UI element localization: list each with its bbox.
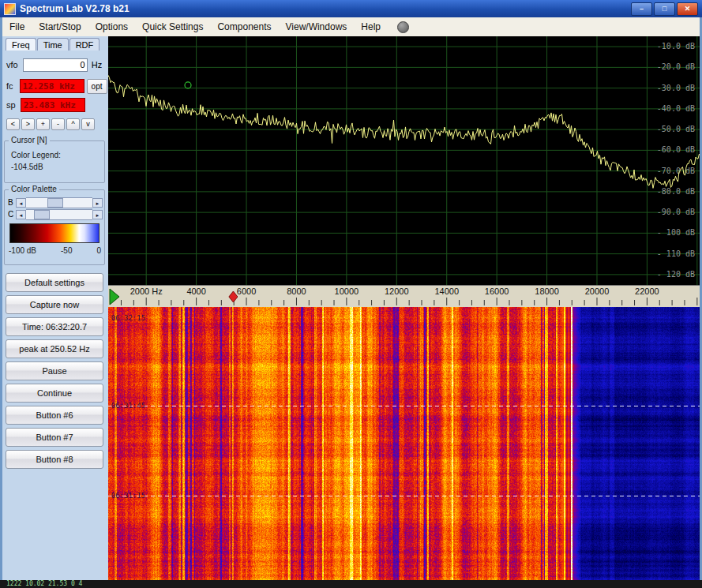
svg-text:-80.0 dB: -80.0 dB: [657, 187, 695, 196]
arrow-right-icon[interactable]: ►: [92, 210, 103, 219]
frequency-ruler-scale[interactable]: 2000 Hz400060008000100001200014000160001…: [108, 286, 700, 308]
brightness-track[interactable]: [26, 197, 92, 208]
playhead-arrow-icon: [110, 289, 119, 305]
nav-right-button[interactable]: >: [21, 118, 35, 130]
status-circle-icon: [397, 21, 409, 33]
frequency-ruler[interactable]: 2000 Hz400060008000100001200014000160001…: [108, 285, 700, 309]
svg-text:-10.0 dB: -10.0 dB: [657, 42, 695, 51]
sidebar-button-button-7[interactable]: Button #7: [6, 428, 103, 447]
contrast-label: C: [8, 210, 16, 219]
color-legend-value: -104.5dB: [11, 163, 43, 171]
window-title: Spectrum Lab V2.78 b21: [20, 3, 130, 14]
sidebar-button-pause[interactable]: Pause: [6, 361, 103, 380]
svg-text:-90.0 dB: -90.0 dB: [657, 208, 695, 216]
scale-mid-label: -50: [61, 246, 72, 255]
svg-text:2000 Hz: 2000 Hz: [130, 287, 163, 296]
svg-text:- 100 dB: - 100 dB: [657, 228, 695, 237]
menu-file[interactable]: File: [2, 18, 32, 36]
close-button[interactable]: ✕: [677, 2, 698, 16]
menu-start-stop[interactable]: Start/Stop: [32, 18, 88, 36]
palette-scale: -100 dB -50 0: [9, 246, 101, 255]
sidebar-button-continue[interactable]: Continue: [6, 384, 103, 403]
tab-time[interactable]: Time: [37, 38, 69, 51]
maximize-button[interactable]: □: [654, 2, 675, 16]
color-legend-label: Color Legend:: [11, 151, 61, 159]
sidebar-button-stack: Default settingsCapture nowTime: 06:32:2…: [2, 273, 108, 472]
menu-components[interactable]: Components: [210, 18, 278, 36]
menu-bar: FileStart/StopOptionsQuick SettingsCompo…: [2, 17, 700, 37]
sp-label: sp: [6, 100, 16, 110]
brightness-thumb[interactable]: [47, 198, 63, 208]
contrast-thumb[interactable]: [34, 210, 50, 219]
sidebar-button-peak-at-250-52-hz[interactable]: peak at 250.52 Hz: [6, 339, 103, 358]
svg-text:6000: 6000: [237, 287, 256, 296]
svg-text:- 120 dB: - 120 dB: [657, 270, 695, 279]
palette-group-title: Color Palette: [9, 185, 59, 193]
app-icon: [4, 3, 16, 15]
svg-text:22000: 22000: [635, 287, 659, 296]
color-palette-groupbox: Color Palette B ◄ ► C ◄ ► -100 dB -50 0: [4, 189, 105, 265]
sidebar-button-default-settings[interactable]: Default settings: [6, 273, 103, 292]
minimize-button[interactable]: –: [631, 2, 652, 16]
cursor-group-title: Cursor [N]: [9, 136, 50, 144]
nav-plus-button[interactable]: +: [36, 118, 50, 130]
svg-text:10000: 10000: [335, 287, 359, 296]
window-controls: – □ ✕: [631, 2, 702, 16]
brightness-label: B: [8, 198, 16, 207]
scale-max-label: 0: [96, 246, 101, 255]
contrast-scrollbar: C ◄ ►: [8, 209, 103, 219]
svg-text:16000: 16000: [485, 287, 509, 296]
sidebar-button-button-8[interactable]: Button #8: [6, 450, 103, 469]
palette-gradient-bar: [9, 223, 99, 243]
svg-text:-70.0 dB: -70.0 dB: [657, 167, 695, 175]
fc-row: fc 12.258 kHz opt: [2, 78, 108, 94]
svg-text:12000: 12000: [385, 287, 409, 296]
spectrum-plot[interactable]: -10.0 dB-20.0 dB-30.0 dB-40.0 dB-50.0 dB…: [108, 36, 700, 285]
arrow-left-icon[interactable]: ◄: [16, 210, 26, 219]
sidebar-button-time-06-32-20-7[interactable]: Time: 06:32:20.7: [6, 317, 103, 336]
svg-text:4000: 4000: [186, 287, 205, 296]
svg-text:14000: 14000: [434, 287, 459, 296]
span-field[interactable]: 23.483 kHz: [21, 98, 85, 112]
waterfall-display[interactable]: [108, 307, 700, 580]
sp-row: sp 23.483 kHz: [2, 97, 108, 113]
svg-text:-20.0 dB: -20.0 dB: [657, 62, 695, 71]
nav-up-button[interactable]: ^: [66, 118, 80, 130]
spectrum-display[interactable]: -10.0 dB-20.0 dB-30.0 dB-40.0 dB-50.0 dB…: [108, 36, 700, 285]
brightness-scrollbar: B ◄ ►: [8, 197, 103, 208]
status-bar: 1222 10.02 21.53 0 4: [0, 580, 702, 588]
menu-items: FileStart/StopOptionsQuick SettingsCompo…: [2, 18, 388, 36]
sidebar-button-capture-now[interactable]: Capture now: [6, 295, 103, 314]
tab-freq[interactable]: Freq: [6, 38, 36, 51]
nav-down-button[interactable]: v: [81, 118, 95, 130]
nav-minus-button[interactable]: -: [51, 118, 65, 130]
svg-text:-30.0 dB: -30.0 dB: [657, 84, 695, 92]
menu-options[interactable]: Options: [88, 18, 135, 36]
arrow-left-icon[interactable]: ◄: [16, 198, 26, 208]
menu-view-windows[interactable]: View/Windows: [279, 18, 355, 36]
tab-rdf[interactable]: RDF: [69, 38, 100, 51]
contrast-track[interactable]: [26, 209, 92, 220]
frequency-nav-buttons: <>+-^v: [2, 118, 108, 130]
menu-quick-settings[interactable]: Quick Settings: [135, 18, 210, 36]
center-frequency-field[interactable]: 12.258 kHz: [20, 79, 84, 93]
vfo-unit: Hz: [92, 60, 102, 69]
menu-help[interactable]: Help: [354, 18, 388, 36]
svg-text:-40.0 dB: -40.0 dB: [657, 104, 695, 113]
scale-min-label: -100 dB: [9, 246, 36, 255]
sidebar-button-button-6[interactable]: Button #6: [6, 406, 103, 425]
vfo-label: vfo: [6, 60, 18, 69]
fc-options-button[interactable]: opt: [87, 79, 107, 94]
mode-tabs: FreqTimeRDF: [6, 38, 100, 51]
cursor-groupbox: Cursor [N] Color Legend: -104.5dB: [4, 140, 105, 183]
status-text: 1222 10.02 21.53 0 4: [6, 580, 82, 587]
svg-text:- 110 dB: - 110 dB: [657, 249, 695, 258]
vfo-input[interactable]: [23, 58, 88, 72]
arrow-right-icon[interactable]: ►: [92, 198, 103, 208]
title-bar: Spectrum Lab V2.78 b21 – □ ✕: [0, 0, 702, 17]
control-sidebar: FreqTimeRDF vfo Hz fc 12.258 kHz opt sp …: [2, 36, 108, 580]
nav-left-button[interactable]: <: [6, 118, 20, 130]
vfo-row: vfo Hz: [2, 58, 108, 72]
svg-text:-50.0 dB: -50.0 dB: [657, 125, 695, 133]
svg-text:-60.0 dB: -60.0 dB: [657, 145, 695, 154]
